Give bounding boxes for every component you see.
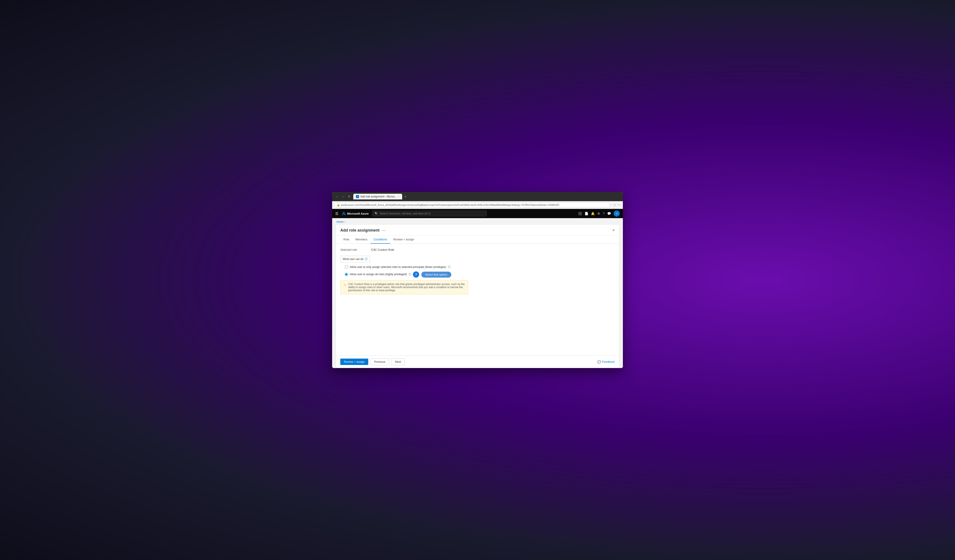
azure-logo-svg bbox=[342, 212, 346, 215]
feedback-topbar-icon[interactable]: 💬 bbox=[607, 212, 611, 215]
topbar-icons: ⬛ 📄 🔔 ⚙ ? 💬 U bbox=[578, 211, 620, 217]
main-content: Home › Add role assignment — × Role Memb… bbox=[332, 218, 623, 368]
panel-body: Selected role C4C Custom Role What user … bbox=[336, 244, 619, 356]
tab-role[interactable]: Role bbox=[340, 236, 352, 244]
warning-icon: ⚠ bbox=[344, 283, 346, 286]
lock-icon: 🔒 bbox=[337, 203, 340, 206]
tab-title: Add role assignment - Micros... bbox=[360, 195, 397, 198]
back-button[interactable]: ← bbox=[335, 194, 340, 199]
annotation-group: 7 Select that option. bbox=[413, 271, 451, 278]
option-all-roles-row: Allow user to assign all roles (highly p… bbox=[345, 271, 615, 278]
review-assign-button[interactable]: Review + assign bbox=[340, 359, 368, 365]
panel-close-button[interactable]: × bbox=[612, 228, 615, 233]
previous-button[interactable]: Previous bbox=[371, 358, 389, 365]
settings-icon[interactable]: ⚙ bbox=[597, 212, 600, 215]
what-user-can-do-box: What user can do ⓘ bbox=[340, 256, 370, 262]
browser-chrome: ← → ↻ A Add role assignment - Micros... … bbox=[332, 192, 623, 201]
hamburger-menu-icon[interactable]: ☰ bbox=[335, 212, 338, 216]
tab-favicon: A bbox=[356, 195, 359, 198]
user-avatar[interactable]: U bbox=[614, 211, 620, 217]
notifications-icon[interactable]: 🔔 bbox=[591, 212, 595, 215]
option-fewer-label[interactable]: Allow user to only assign selected roles… bbox=[350, 265, 446, 268]
browser-tab-active[interactable]: A Add role assignment - Micros... × bbox=[353, 194, 402, 200]
annotation-callout-text: Select that option. bbox=[421, 271, 451, 278]
tabs-row: Role Members Conditions Review + assign bbox=[336, 236, 619, 244]
what-user-help-icon[interactable]: ⓘ bbox=[365, 257, 368, 261]
radio-all-roles[interactable] bbox=[345, 273, 348, 276]
cloud-shell-icon[interactable]: ⬛ bbox=[578, 212, 582, 215]
tab-close-button[interactable]: × bbox=[398, 195, 399, 198]
azure-logo: Microsoft Azure bbox=[342, 212, 369, 215]
selected-role-value: C4C Custom Role bbox=[371, 248, 394, 251]
azure-search-box[interactable]: 🔍 Search resources, services, and docs (… bbox=[372, 211, 487, 216]
address-bar-icons: ☆ ⋯ bbox=[614, 203, 621, 207]
next-button[interactable]: Next bbox=[391, 358, 405, 365]
directory-icon[interactable]: 📄 bbox=[584, 212, 588, 215]
selected-role-row: Selected role C4C Custom Role bbox=[340, 248, 615, 251]
warning-text: C4C Custom Role is a privileged admin ro… bbox=[348, 282, 465, 292]
breadcrumb-separator: › bbox=[344, 220, 345, 223]
options-container: Allow user to only assign selected roles… bbox=[345, 265, 615, 278]
new-tab-button[interactable]: + bbox=[403, 194, 408, 199]
selected-role-label: Selected role bbox=[340, 248, 362, 251]
warning-banner: ⚠ C4C Custom Role is a privileged admin … bbox=[340, 280, 468, 294]
forward-button[interactable]: → bbox=[341, 194, 346, 199]
address-bar-row: 🔒 portal.azure.com/#view/Microsoft_Azure… bbox=[332, 201, 623, 209]
add-role-panel: Add role assignment — × Role Members Con… bbox=[336, 224, 619, 368]
panel-title-dash: — bbox=[382, 228, 386, 233]
panel-title-group: Add role assignment — bbox=[340, 228, 386, 233]
azure-topbar: ☰ Microsoft Azure 🔍 Search resources, se… bbox=[332, 209, 623, 218]
annotation-number-bubble: 7 bbox=[413, 271, 419, 278]
bottom-bar: Review + assign Previous Next 💬 Feedback bbox=[336, 356, 619, 368]
panel-title-text: Add role assignment bbox=[340, 228, 379, 233]
panel-header: Add role assignment — × bbox=[336, 225, 619, 236]
search-icon: 🔍 bbox=[375, 212, 378, 215]
option-fewer-help-icon[interactable]: ⓘ bbox=[448, 265, 451, 269]
azure-logo-text: Microsoft Azure bbox=[347, 212, 369, 215]
tab-review-assign[interactable]: Review + assign bbox=[390, 236, 417, 244]
option-all-help-icon[interactable]: ⓘ bbox=[409, 273, 411, 276]
feedback-button[interactable]: 💬 Feedback bbox=[597, 360, 615, 363]
favorites-icon[interactable]: ☆ bbox=[614, 203, 616, 207]
feedback-label: Feedback bbox=[602, 360, 615, 363]
option-fewer-privileges: Allow user to only assign selected roles… bbox=[345, 265, 615, 269]
breadcrumb: Home › bbox=[332, 218, 623, 224]
address-bar[interactable]: 🔒 portal.azure.com/#view/Microsoft_Azure… bbox=[334, 202, 610, 207]
breadcrumb-home[interactable]: Home bbox=[337, 220, 344, 223]
tab-conditions[interactable]: Conditions bbox=[371, 236, 390, 244]
reload-button[interactable]: ↻ bbox=[347, 194, 352, 199]
browser-window: ← → ↻ A Add role assignment - Micros... … bbox=[332, 192, 623, 368]
more-icon[interactable]: ⋯ bbox=[618, 203, 621, 207]
url-text: portal.azure.com/#view/Microsoft_Azure_A… bbox=[341, 204, 559, 206]
what-user-can-do-section: What user can do ⓘ Allow user to only as… bbox=[340, 256, 615, 294]
option-all-roles: Allow user to assign all roles (highly p… bbox=[345, 271, 615, 278]
tab-bar: A Add role assignment - Micros... × + bbox=[353, 194, 408, 200]
feedback-icon: 💬 bbox=[597, 360, 601, 363]
search-placeholder: Search resources, services, and docs (G+… bbox=[380, 212, 431, 215]
help-icon[interactable]: ? bbox=[603, 212, 604, 215]
tab-members[interactable]: Members bbox=[352, 236, 371, 244]
option-all-label[interactable]: Allow user to assign all roles (highly p… bbox=[350, 273, 407, 276]
browser-controls: ← → ↻ bbox=[335, 194, 352, 199]
what-user-can-do-label: What user can do bbox=[343, 257, 363, 261]
radio-fewer-privileges[interactable] bbox=[345, 265, 348, 268]
